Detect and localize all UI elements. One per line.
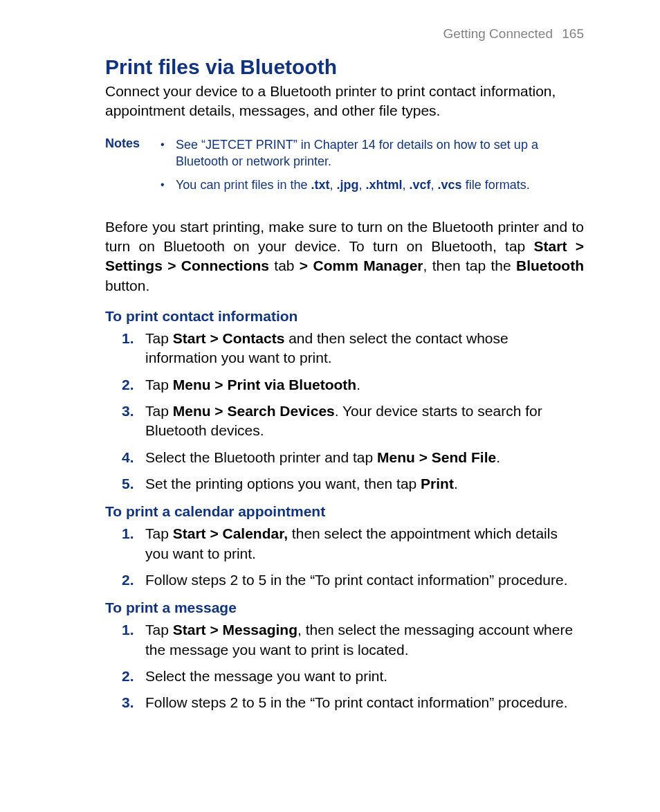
notes-list: •See “JETCET PRINT” in Chapter 14 for de… — [161, 136, 584, 201]
step-item: Follow steps 2 to 5 in the “To print con… — [105, 570, 584, 590]
page-title: Print files via Bluetooth — [105, 55, 584, 79]
section-heading: To print a calendar appointment — [105, 503, 584, 520]
page-number: 165 — [562, 26, 584, 41]
note-item: •See “JETCET PRINT” in Chapter 14 for de… — [161, 136, 584, 170]
step-item: Tap Start > Messaging, then select the m… — [105, 620, 584, 660]
step-item: Tap Menu > Search Devices. Your device s… — [105, 402, 584, 441]
step-item: Set the printing options you want, then … — [105, 474, 584, 494]
chapter-name: Getting Connected — [443, 26, 553, 41]
body-paragraph: Before you start printing, make sure to … — [105, 217, 584, 296]
bullet-icon: • — [161, 177, 176, 193]
notes-label: Notes — [105, 136, 161, 201]
step-list: Tap Start > Contacts and then select the… — [105, 329, 584, 494]
step-item: Select the message you want to print. — [105, 667, 584, 686]
lead-paragraph: Connect your device to a Bluetooth print… — [105, 82, 584, 121]
step-list: Tap Start > Calendar, then select the ap… — [105, 524, 584, 590]
running-header: Getting Connected 165 — [105, 26, 584, 42]
sections: To print contact informationTap Start > … — [105, 308, 584, 713]
step-item: Tap Start > Calendar, then select the ap… — [105, 524, 584, 563]
notes-block: Notes •See “JETCET PRINT” in Chapter 14 … — [105, 136, 584, 201]
note-text: You can print files in the .txt, .jpg, .… — [176, 177, 584, 193]
step-item: Tap Menu > Print via Bluetooth. — [105, 375, 584, 395]
step-item: Select the Bluetooth printer and tap Men… — [105, 448, 584, 467]
step-item: Tap Start > Contacts and then select the… — [105, 329, 584, 368]
step-list: Tap Start > Messaging, then select the m… — [105, 620, 584, 712]
bullet-icon: • — [161, 136, 176, 170]
page: Getting Connected 165 Print files via Bl… — [0, 0, 660, 763]
step-item: Follow steps 2 to 5 in the “To print con… — [105, 693, 584, 712]
section-heading: To print a message — [105, 599, 584, 616]
section-heading: To print contact information — [105, 308, 584, 325]
note-text: See “JETCET PRINT” in Chapter 14 for det… — [176, 136, 584, 170]
note-item: •You can print files in the .txt, .jpg, … — [161, 177, 584, 193]
